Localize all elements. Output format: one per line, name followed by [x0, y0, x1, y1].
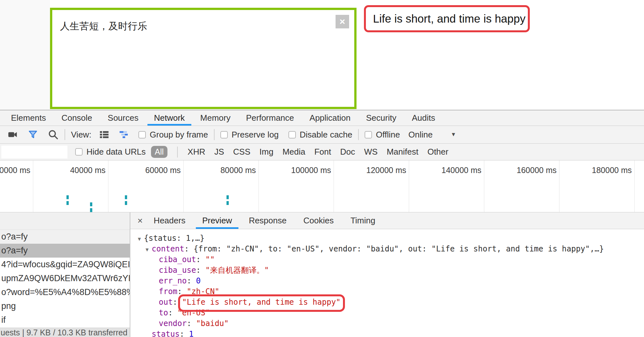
preserve-log-label[interactable]: Preserve log	[232, 130, 279, 140]
tab-sources[interactable]: Sources	[100, 110, 146, 126]
expand-arrow-icon[interactable]: ▼	[137, 234, 144, 244]
json-token-plain: :	[187, 276, 196, 285]
timeline-gridline	[634, 160, 635, 212]
filter-type-other[interactable]: Other	[428, 147, 448, 157]
screen: 人生苦短，及时行乐 × Life is short, and time is h…	[0, 0, 644, 337]
request-row[interactable]: 4?id=wfocus&gqid=ZA9QW8iQEI_l…	[0, 258, 130, 271]
request-row[interactable]: upmZA9QW6DkEMv32ATWr6zYD…	[0, 271, 130, 285]
filter-funnel-icon[interactable]	[28, 129, 38, 140]
waterfall-view-icon[interactable]	[118, 129, 129, 140]
filter-type-manifest[interactable]: Manifest	[387, 147, 418, 157]
json-token-key: from	[159, 287, 177, 296]
timeline-tick-label: 120000 ms	[366, 166, 406, 175]
close-button[interactable]: ×	[336, 15, 349, 28]
json-line[interactable]: ▼content: {from: "zh-CN", to: "en-US", v…	[130, 244, 644, 254]
json-token-plain: : {from: "zh-CN", to: "en-US", vendor: "…	[184, 244, 604, 253]
json-line[interactable]: ciba_out: ""	[130, 254, 644, 265]
request-row[interactable]: png	[0, 299, 130, 313]
filter-type-all[interactable]: All	[151, 146, 168, 158]
tab-network[interactable]: Network	[146, 110, 192, 126]
json-token-plain: :	[168, 308, 177, 317]
network-status-bar: uests | 9.7 KB / 10.3 KB transferred	[0, 328, 130, 337]
json-line[interactable]: status: 1	[130, 329, 644, 337]
list-view-icon[interactable]	[99, 129, 109, 140]
json-line[interactable]: vendor: "baidu"	[130, 318, 644, 329]
request-row[interactable]: o?a=fy	[0, 244, 130, 258]
group-by-frame-checkbox[interactable]	[138, 131, 146, 138]
request-detail-pane: ×HeadersPreviewResponseCookiesTiming ▼{s…	[130, 212, 644, 337]
close-detail-icon[interactable]: ×	[137, 212, 143, 229]
json-token-plain: :	[173, 298, 182, 307]
timeline-gridline	[409, 160, 409, 212]
source-text-panel[interactable]: 人生苦短，及时行乐	[50, 8, 357, 109]
detail-tab-preview[interactable]: Preview	[194, 212, 240, 229]
json-token-plain: :	[180, 330, 189, 337]
json-token-key: status	[152, 330, 180, 337]
filter-type-font[interactable]: Font	[314, 147, 331, 157]
network-overview-timeline[interactable]: 20000 ms40000 ms60000 ms80000 ms100000 m…	[0, 160, 644, 212]
request-row[interactable]: if	[0, 313, 130, 327]
detail-tab-headers[interactable]: Headers	[145, 212, 194, 229]
toolbar-separator	[214, 129, 215, 140]
json-line[interactable]: out: "Life is short, and time is happy"	[130, 297, 644, 308]
filter-input[interactable]	[1, 146, 67, 158]
view-label: View:	[71, 130, 91, 140]
timeline-gridline	[559, 160, 559, 212]
devtools-main-tabs: ElementsConsoleSourcesNetworkMemoryPerfo…	[0, 110, 644, 126]
filter-type-doc[interactable]: Doc	[340, 147, 355, 157]
search-icon[interactable]	[48, 129, 59, 140]
json-line[interactable]: err_no: 0	[130, 276, 644, 286]
timeline-gridline	[258, 160, 259, 212]
hide-data-urls-checkbox[interactable]	[75, 148, 83, 156]
timeline-gridline	[484, 160, 484, 212]
tab-audits[interactable]: Audits	[404, 110, 443, 126]
json-line[interactable]: to: "en-US"	[130, 308, 644, 318]
json-line[interactable]: ▼{status: 1,…}	[130, 233, 644, 244]
request-row[interactable]: o?word=%E5%A4%8D%E5%88%…	[0, 285, 130, 299]
detail-tab-timing[interactable]: Timing	[342, 212, 384, 229]
json-token-str: ""	[206, 255, 215, 264]
tab-performance[interactable]: Performance	[238, 110, 302, 126]
disable-cache-label[interactable]: Disable cache	[300, 130, 352, 140]
tab-console[interactable]: Console	[54, 110, 100, 126]
json-token-key: ciba_out	[159, 255, 196, 264]
network-toolbar: View: Group by frame Preserve log Disabl…	[0, 126, 644, 144]
json-token-str: "来自机器翻译。"	[206, 266, 269, 275]
filter-type-js[interactable]: JS	[214, 147, 224, 157]
request-marker-icon	[90, 202, 92, 212]
hide-data-urls-label[interactable]: Hide data URLs	[86, 147, 146, 157]
tab-security[interactable]: Security	[358, 110, 404, 126]
request-marker-icon	[66, 195, 69, 207]
offline-checkbox[interactable]	[365, 131, 372, 138]
toolbar-separator	[65, 129, 65, 140]
json-token-str: "Life is short, and time is happy"	[182, 298, 340, 307]
filter-type-ws[interactable]: WS	[364, 147, 378, 157]
disable-cache-checkbox[interactable]	[288, 131, 296, 138]
preserve-log-checkbox[interactable]	[220, 131, 228, 138]
translation-highlight-box: Life is short, and time is happy	[364, 5, 530, 32]
filter-type-media[interactable]: Media	[282, 147, 305, 157]
group-by-frame-label[interactable]: Group by frame	[150, 130, 208, 140]
filter-type-img[interactable]: Img	[259, 147, 273, 157]
throttling-dropdown[interactable]: Online	[408, 130, 433, 140]
timeline-gridline	[183, 160, 184, 212]
json-line[interactable]: from: "zh-CN"	[130, 286, 644, 297]
record-camera-icon[interactable]	[7, 130, 18, 139]
filter-type-xhr[interactable]: XHR	[187, 147, 205, 157]
chevron-down-icon[interactable]: ▼	[451, 131, 456, 138]
timeline-gridline	[108, 160, 108, 212]
expand-arrow-icon[interactable]: ▼	[145, 244, 152, 255]
network-bottom-split: o?a=fyo?a=fy4?id=wfocus&gqid=ZA9QW8iQEI_…	[0, 212, 644, 337]
detail-tab-cookies[interactable]: Cookies	[295, 212, 342, 229]
tab-application[interactable]: Application	[302, 110, 358, 126]
offline-label[interactable]: Offline	[376, 130, 400, 140]
tab-memory[interactable]: Memory	[193, 110, 238, 126]
timeline-tick-label: 60000 ms	[145, 166, 181, 175]
request-row[interactable]: o?a=fy	[0, 230, 130, 244]
json-line[interactable]: ciba_use: "来自机器翻译。"	[130, 265, 644, 276]
tab-elements[interactable]: Elements	[3, 110, 54, 126]
timeline-tick-label: 160000 ms	[517, 166, 557, 175]
detail-tab-response[interactable]: Response	[240, 212, 295, 229]
filter-type-css[interactable]: CSS	[233, 147, 250, 157]
toolbar-separator	[358, 129, 359, 140]
